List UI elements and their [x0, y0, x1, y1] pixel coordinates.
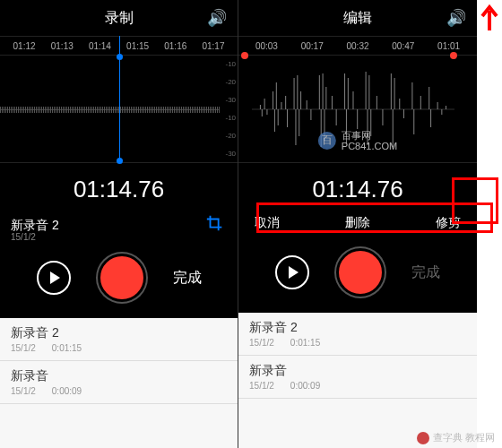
- done-button: 完成: [411, 263, 440, 282]
- cancel-button[interactable]: 取消: [255, 215, 280, 231]
- trim-button[interactable]: 修剪: [436, 215, 461, 231]
- done-button[interactable]: 完成: [173, 269, 202, 288]
- crop-icon[interactable]: [205, 214, 225, 239]
- page-title: 录制: [105, 9, 134, 28]
- record-button[interactable]: [98, 254, 146, 302]
- record-button[interactable]: [336, 248, 385, 297]
- waveform-area[interactable]: 百 百事网PC841.COM: [238, 56, 477, 163]
- list-item[interactable]: 新录音 15/1/20:00:09: [0, 361, 238, 404]
- waveform-area[interactable]: -10-20-30 -10-20-30: [0, 56, 238, 163]
- watermark: 百 百事网PC841.COM: [318, 130, 397, 151]
- list-item[interactable]: 新录音 2 15/1/20:01:15: [238, 313, 477, 356]
- delete-button[interactable]: 删除: [345, 215, 370, 231]
- play-button[interactable]: [275, 255, 309, 289]
- play-button[interactable]: [37, 261, 71, 295]
- trim-handle-right[interactable]: [450, 52, 457, 59]
- db-scale: -10-20-30 -10-20-30: [225, 56, 236, 162]
- speaker-icon[interactable]: 🔊: [207, 8, 227, 28]
- highlight-arrow-icon: [477, 0, 502, 448]
- footer-watermark: 查字典 教程网: [417, 431, 495, 444]
- list-item[interactable]: 新录音 2 15/1/20:01:15: [0, 318, 238, 361]
- trim-handle-left[interactable]: [241, 52, 248, 59]
- list-item[interactable]: 新录音 15/1/20:00:09: [238, 356, 477, 399]
- speaker-icon[interactable]: 🔊: [446, 8, 466, 28]
- timeline-ruler[interactable]: 00:03 00:17 00:32 00:47 01:01: [238, 36, 477, 56]
- waveform-flat: [0, 109, 220, 110]
- playhead[interactable]: [119, 36, 120, 162]
- page-title: 编辑: [343, 9, 372, 28]
- current-time: 01:14.76: [238, 163, 477, 211]
- current-time: 01:14.76: [0, 163, 238, 211]
